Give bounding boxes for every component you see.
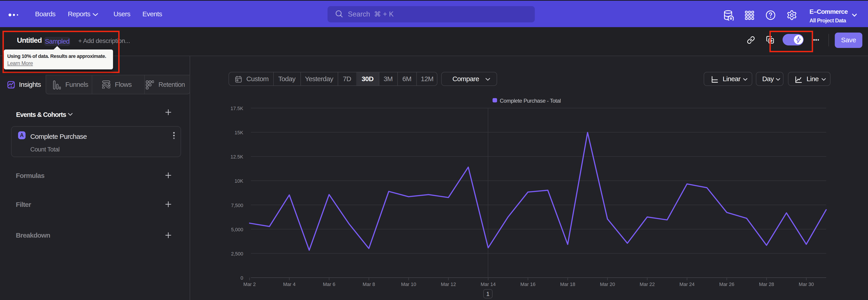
svg-text:10K: 10K bbox=[235, 178, 243, 184]
svg-text:17.5K: 17.5K bbox=[230, 106, 243, 111]
svg-text:Mar 8: Mar 8 bbox=[363, 282, 375, 287]
svg-text:Mar 20: Mar 20 bbox=[600, 282, 615, 287]
svg-text:Mar 10: Mar 10 bbox=[401, 282, 416, 287]
svg-text:5,000: 5,000 bbox=[231, 227, 243, 232]
svg-text:Mar 24: Mar 24 bbox=[680, 282, 694, 287]
svg-text:Mar 16: Mar 16 bbox=[520, 282, 535, 287]
svg-text:Mar 14: Mar 14 bbox=[480, 282, 496, 287]
svg-text:Mar 12: Mar 12 bbox=[441, 282, 456, 287]
svg-text:Mar 22: Mar 22 bbox=[640, 282, 655, 287]
svg-text:7,500: 7,500 bbox=[231, 203, 243, 208]
svg-text:0: 0 bbox=[241, 275, 243, 281]
svg-text:Mar 2: Mar 2 bbox=[243, 282, 256, 287]
svg-text:2,500: 2,500 bbox=[231, 251, 243, 257]
svg-text:Mar 26: Mar 26 bbox=[719, 282, 735, 287]
svg-text:12.5K: 12.5K bbox=[230, 154, 243, 160]
svg-text:Mar 18: Mar 18 bbox=[560, 282, 575, 287]
svg-text:Mar 28: Mar 28 bbox=[759, 282, 774, 287]
svg-text:Mar 30: Mar 30 bbox=[799, 282, 814, 287]
svg-text:Mar 6: Mar 6 bbox=[323, 282, 335, 287]
svg-text:15K: 15K bbox=[235, 130, 243, 136]
svg-text:Mar 4: Mar 4 bbox=[283, 282, 296, 287]
